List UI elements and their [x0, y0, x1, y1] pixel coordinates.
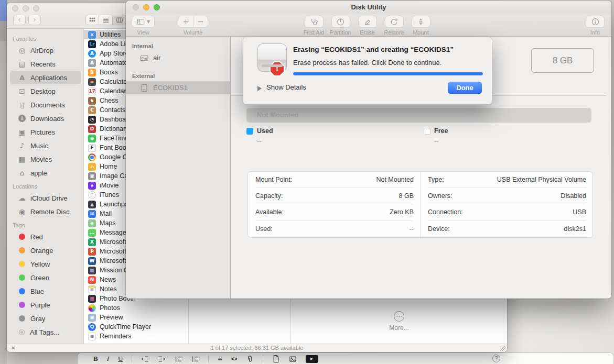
close-icon[interactable]: ✕: [11, 345, 15, 352]
list-item-quicktime-player[interactable]: QQuickTime Player: [84, 322, 188, 332]
sidebar-item-orange[interactable]: Orange: [10, 244, 81, 257]
plus-icon: [181, 17, 190, 26]
forward-button[interactable]: ›: [28, 15, 41, 25]
preview-icon: ▣: [88, 314, 96, 322]
sidebar-item-blue[interactable]: Blue: [10, 284, 81, 298]
background-accent-gray: [0, 21, 7, 41]
info-label: Mount Point:: [255, 176, 292, 183]
document-icon[interactable]: [272, 355, 280, 363]
chevron-down-icon: ▼: [147, 19, 150, 24]
sidebar-item-desktop[interactable]: ⊡Desktop: [10, 84, 81, 98]
sidebar-item-apple[interactable]: ⌂apple: [10, 166, 81, 180]
column-view-button[interactable]: [113, 15, 126, 25]
close-button[interactable]: [133, 4, 139, 10]
partition-icon: [336, 17, 345, 26]
info-label: Owners:: [428, 192, 453, 200]
outdent-icon[interactable]: [141, 355, 149, 363]
sidebar-item-music[interactable]: ♪Music: [10, 139, 81, 152]
app-store-icon: A: [88, 50, 96, 58]
sidebar-item-remote-disc[interactable]: ◉Remote Disc: [10, 205, 81, 218]
info-control: Info: [583, 16, 607, 36]
zoom-button[interactable]: [154, 4, 160, 10]
sidebar-item-yellow[interactable]: Yellow: [10, 257, 81, 271]
automator-icon: A: [88, 59, 96, 67]
italic-icon[interactable]: I: [107, 354, 109, 364]
list-item-photos[interactable]: Photos: [84, 303, 188, 313]
remove-volume-button[interactable]: [193, 16, 208, 28]
numbered-list-icon[interactable]: [191, 355, 199, 363]
show-details-toggle[interactable]: Show Details: [266, 83, 306, 91]
minimize-button[interactable]: [143, 4, 149, 10]
internal-drive-icon: [139, 53, 149, 63]
attachment-icon[interactable]: [246, 355, 254, 363]
view-button[interactable]: ▼: [132, 16, 155, 28]
toolbar-divider: [208, 355, 209, 362]
add-volume-button[interactable]: [178, 16, 193, 28]
quote-icon[interactable]: “: [218, 358, 222, 363]
app-label: Chess: [100, 97, 118, 104]
microsoft-excel-icon: X: [88, 238, 96, 246]
underline-icon[interactable]: U: [118, 354, 123, 364]
mount-button[interactable]: [412, 16, 430, 28]
info-value: USB: [573, 208, 586, 216]
close-button[interactable]: [12, 5, 18, 12]
info-value: Not Mounted: [376, 176, 414, 183]
erase-button[interactable]: [358, 16, 377, 28]
toolbar-action-label: First Aid: [300, 29, 327, 36]
bullet-list-icon[interactable]: [175, 355, 182, 363]
sidebar-item-purple[interactable]: Purple: [10, 298, 81, 312]
sidebar-item-ecokids1[interactable]: ECOKIDS1: [126, 81, 230, 94]
list-item-preview[interactable]: ▣Preview: [84, 313, 188, 322]
volume-info-panel: Mount Point:Not MountedCapacity:8 GBAvai…: [247, 171, 593, 238]
icon-view-button[interactable]: [85, 15, 99, 25]
sidebar-item-red[interactable]: Red: [10, 230, 81, 244]
recents-icon: ▤: [17, 60, 27, 68]
back-button[interactable]: ‹: [13, 15, 26, 25]
sidebar-item-gray[interactable]: Gray: [10, 312, 81, 325]
list-item-reminders[interactable]: ≡Reminders: [84, 332, 188, 341]
sidebar-item-air[interactable]: air: [126, 51, 230, 64]
restore-button[interactable]: [385, 16, 404, 28]
zoom-button[interactable]: [33, 5, 39, 12]
indent-icon[interactable]: [158, 355, 166, 363]
sidebar-item-documents[interactable]: ▯Documents: [10, 98, 81, 112]
status-text: 1 of 17 selected, 86.31 GB available: [7, 344, 507, 352]
partition-button[interactable]: [331, 16, 350, 28]
app-label: Maps: [100, 219, 116, 227]
minus-icon: [196, 17, 205, 26]
more-actions-button[interactable]: ⋯ More...: [291, 311, 507, 332]
image-capture-icon: ▣: [88, 172, 96, 180]
toolbar-action-label: Erase: [354, 29, 381, 36]
minimize-button[interactable]: [23, 5, 29, 12]
app-label: Messages: [100, 229, 130, 236]
sidebar-item-all-tags[interactable]: All Tags...: [10, 325, 81, 339]
table-row: Capacity:8 GB: [255, 188, 414, 204]
info-button[interactable]: [586, 16, 605, 28]
home-app-icon: ⌂: [88, 163, 96, 171]
sidebar-item-icloud-drive[interactable]: ☁iCloud Drive: [10, 191, 81, 205]
sidebar-item-applications[interactable]: AApplications: [10, 71, 81, 84]
volume-name: air: [153, 54, 160, 62]
airdrop-icon: ◎: [17, 46, 27, 54]
sidebar-item-label: Movies: [30, 156, 52, 163]
sidebar-item-recents[interactable]: ▤Recents: [10, 57, 81, 71]
sidebar-section-title: Locations: [13, 183, 83, 190]
free-label: Free: [434, 127, 448, 135]
code-icon[interactable]: <>: [231, 354, 237, 364]
sidebar-item-downloads[interactable]: ↓Downloads: [10, 112, 81, 125]
resize-grip[interactable]: [500, 346, 505, 351]
image-icon[interactable]: [289, 355, 297, 363]
list-view-button[interactable]: [99, 15, 113, 25]
sidebar-item-pictures[interactable]: ▣Pictures: [10, 125, 81, 139]
first-aid-button[interactable]: [305, 16, 324, 28]
disclosure-triangle-icon[interactable]: [257, 86, 262, 91]
sidebar-item-movies[interactable]: ▦Movies: [10, 152, 81, 166]
bold-icon[interactable]: B: [93, 354, 98, 364]
done-button[interactable]: Done: [448, 82, 482, 94]
window-title: Disk Utility: [126, 1, 611, 14]
video-icon[interactable]: ▶: [306, 355, 318, 363]
sidebar-item-green[interactable]: Green: [10, 271, 81, 284]
sidebar-item-airdrop[interactable]: ◎AirDrop: [10, 43, 81, 57]
app-label: Font Book: [100, 144, 130, 151]
help-button[interactable]: ?: [492, 355, 500, 362]
